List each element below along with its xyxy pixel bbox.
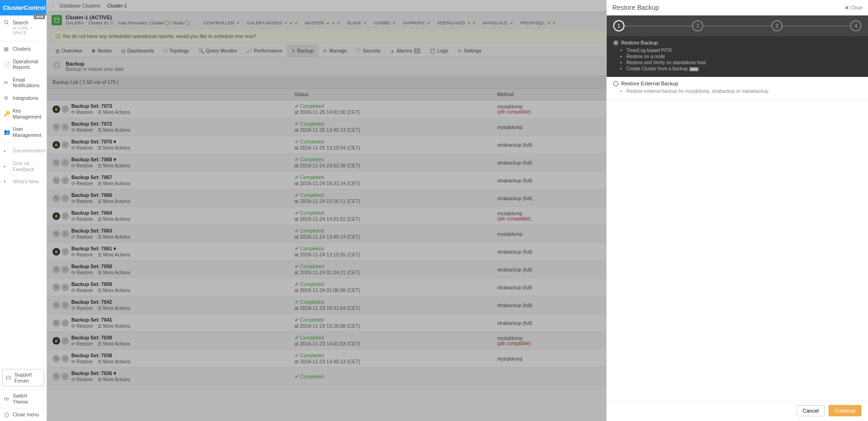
sidebar-item-label: Key Management <box>13 108 43 120</box>
brand-text: ClusterControl <box>3 4 46 11</box>
wizard-step-1[interactable]: 1 <box>613 20 624 31</box>
sidebar-secondary-0[interactable]: • Documentation <box>0 144 46 157</box>
brand-logo: ClusterControl new <box>0 0 46 15</box>
search-hint: or CTRL + SPACE <box>13 26 43 35</box>
theme-icon <box>4 396 10 402</box>
sidebar-icon: ▦ <box>4 46 10 52</box>
svg-line-1 <box>8 23 9 25</box>
cancel-button[interactable]: Cancel <box>797 405 825 416</box>
option-restore-external[interactable]: Restore External Backup Restore external… <box>607 77 868 100</box>
close-icon: ✖ <box>845 5 849 10</box>
switch-theme-button[interactable]: Switch Theme <box>0 389 46 408</box>
sidebar-item-label: Integrations <box>13 95 38 101</box>
support-forum-button[interactable]: Support Forum <box>2 369 44 386</box>
close-menu-button[interactable]: Close menu <box>0 408 46 421</box>
sidebar-item-label: User Management <box>13 126 43 138</box>
sidebar-icon: • <box>4 148 10 154</box>
option-restore-backup[interactable]: Restore Backup Time/Log based PITRRestor… <box>607 36 868 77</box>
support-forum-label: Support Forum <box>15 372 41 383</box>
radio-restore-backup[interactable] <box>613 40 618 45</box>
sidebar-icon: • <box>4 164 10 169</box>
wizard-steps: 1234 <box>607 15 868 36</box>
search-icon <box>4 20 10 25</box>
sidebar-item-1[interactable]: 📄 Operational Reports <box>0 55 46 74</box>
new-badge: new <box>34 14 45 19</box>
close-menu-label: Close menu <box>13 412 39 418</box>
sidebar-item-0[interactable]: ▦ Clusters <box>0 43 46 55</box>
sidebar-icon: 👥 <box>4 129 10 135</box>
new-badge: new <box>689 67 699 71</box>
wizard-step-4[interactable]: 4 <box>850 20 861 31</box>
sidebar-icon: 🔑 <box>4 111 10 117</box>
wizard-step-3[interactable]: 3 <box>771 20 783 31</box>
sidebar-secondary-2[interactable]: • What's New <box>0 175 46 188</box>
sidebar-item-4[interactable]: 🔑 Key Management <box>0 105 46 123</box>
sidebar-item-2[interactable]: ✉ Email Notifications <box>0 74 46 92</box>
option-restore-backup-label: Restore Backup <box>621 40 658 45</box>
sidebar-secondary-1[interactable]: • Give us Feedback <box>0 157 46 175</box>
option-restore-external-label: Restore External Backup <box>621 81 678 86</box>
drawer-close-button[interactable]: ✖ Close <box>845 5 862 10</box>
option-item: Restore and Verify on standalone host <box>626 60 861 65</box>
continue-button[interactable]: Continue <box>829 405 861 416</box>
sidebar-item-label: Email Notifications <box>13 77 43 89</box>
sidebar-item-label: Clusters <box>13 46 31 52</box>
option-item: Create Cluster from a backupnew <box>626 66 861 71</box>
search-label: Search <box>13 20 43 26</box>
restore-drawer: Restore Backup ✖ Close 1234 Restore Back… <box>606 0 868 421</box>
collapse-icon <box>4 412 10 418</box>
svg-point-4 <box>5 413 9 417</box>
sidebar-item-label: Documentation <box>13 148 46 154</box>
option-item: Time/Log based PITR <box>626 48 861 53</box>
option-item: Restore external backup for mysqldump, x… <box>626 89 861 94</box>
svg-point-0 <box>5 21 8 24</box>
sidebar-icon: 📄 <box>4 61 10 68</box>
drawer-title: Restore Backup <box>612 4 659 11</box>
radio-restore-external[interactable] <box>613 81 618 86</box>
drawer-close-label: Close <box>850 5 862 10</box>
sidebar: ClusterControl new Search or CTRL + SPAC… <box>0 0 47 421</box>
sidebar-icon: ⚙ <box>4 95 10 101</box>
sidebar-item-label: Give us Feedback <box>13 160 43 172</box>
wizard-step-2[interactable]: 2 <box>692 20 703 31</box>
sidebar-item-5[interactable]: 👥 User Management <box>0 123 46 141</box>
option-item: Restore on a node <box>626 54 861 59</box>
chat-icon <box>6 375 12 381</box>
sidebar-item-label: What's New <box>13 179 39 185</box>
sidebar-icon: • <box>4 179 10 184</box>
sidebar-icon: ✉ <box>4 80 10 86</box>
sidebar-item-3[interactable]: ⚙ Integrations <box>0 92 46 105</box>
sidebar-item-label: Operational Reports <box>13 59 43 70</box>
switch-theme-label: Switch Theme <box>13 393 43 405</box>
